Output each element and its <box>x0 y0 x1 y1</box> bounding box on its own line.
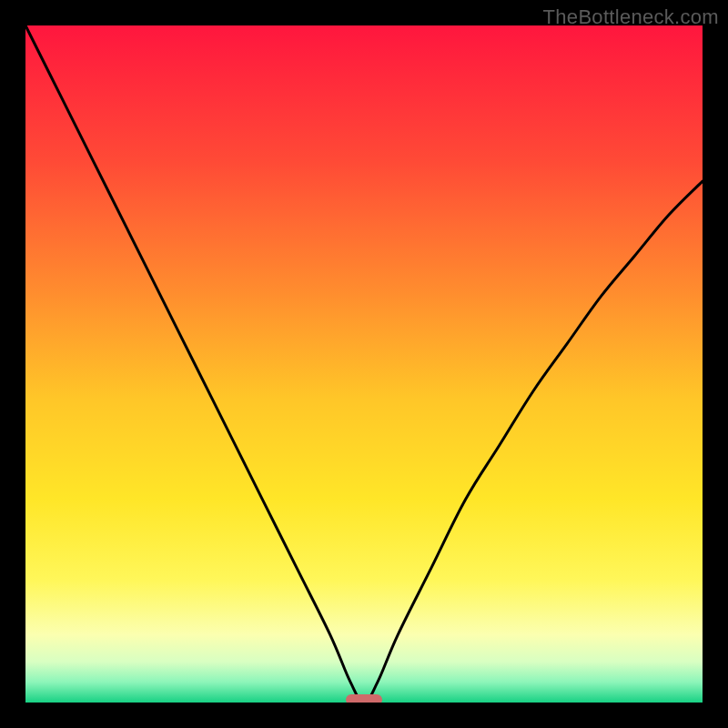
frame-bottom <box>0 703 728 728</box>
watermark-text: TheBottleneck.com <box>543 5 719 29</box>
bottleneck-chart <box>0 0 728 728</box>
frame-left <box>0 0 25 728</box>
chart-container: TheBottleneck.com <box>0 0 728 728</box>
frame-right <box>703 0 728 728</box>
gradient-background <box>25 25 703 703</box>
